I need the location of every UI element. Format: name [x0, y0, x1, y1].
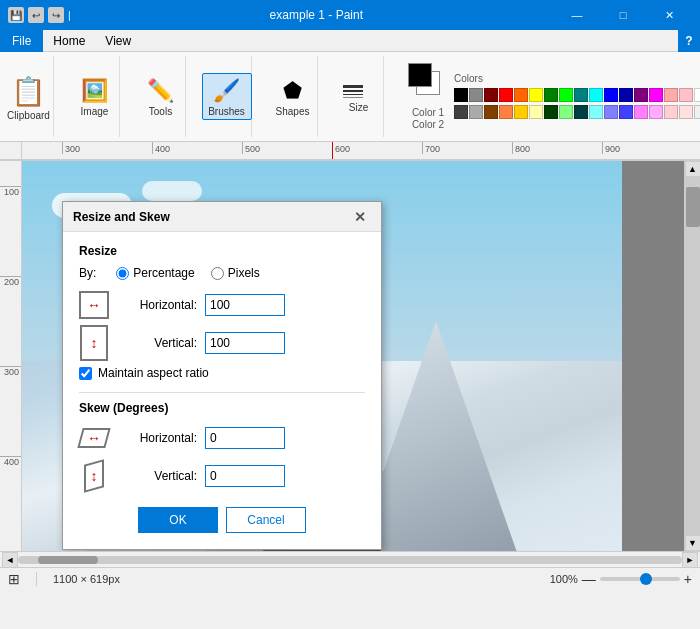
- swatch-cyan[interactable]: [589, 88, 603, 102]
- swatch-darkred[interactable]: [484, 88, 498, 102]
- ribbon-group-size: Size: [334, 56, 384, 137]
- swatch-gray[interactable]: [469, 88, 483, 102]
- swatch-green[interactable]: [544, 88, 558, 102]
- percentage-radio-label[interactable]: Percentage: [116, 266, 194, 280]
- color1-box[interactable]: [408, 63, 432, 87]
- menu-home[interactable]: Home: [43, 30, 95, 52]
- color1-label: Color 1: [412, 107, 444, 118]
- ruler-tick-v-200: 200: [0, 276, 22, 287]
- swatch-brown[interactable]: [484, 105, 498, 119]
- swatch-offwhite[interactable]: [694, 105, 700, 119]
- dialog-body: Resize By: Percentage Pixels: [63, 232, 381, 549]
- tools-icon: ✏️: [141, 76, 181, 106]
- ruler-tick-700: 700: [422, 142, 440, 154]
- clipboard-button[interactable]: 📋 Clipboard: [3, 71, 54, 123]
- minimize-button[interactable]: —: [554, 0, 600, 30]
- ruler-tick-400: 400: [152, 142, 170, 154]
- menu-file[interactable]: File: [0, 30, 43, 52]
- swatch-darkteal[interactable]: [574, 105, 588, 119]
- quick-access-redo[interactable]: ↪: [48, 7, 64, 23]
- ribbon-group-image: 🖼️ Image: [70, 56, 120, 137]
- vertical-input[interactable]: [205, 332, 285, 354]
- swatch-lightyellow[interactable]: [529, 105, 543, 119]
- horizontal-scrollbar: ◄ ►: [0, 551, 700, 567]
- maximize-button[interactable]: □: [600, 0, 646, 30]
- swatch-blue[interactable]: [604, 88, 618, 102]
- quick-access-save[interactable]: 💾: [8, 7, 24, 23]
- scroll-down-button[interactable]: ▼: [685, 535, 701, 551]
- swatch-darkgreen[interactable]: [544, 105, 558, 119]
- scroll-thumb-horizontal[interactable]: [38, 556, 98, 564]
- clipboard-icon: 📋: [7, 73, 50, 110]
- cancel-button[interactable]: Cancel: [226, 507, 306, 533]
- swatch-lime[interactable]: [559, 88, 573, 102]
- swatch-orange[interactable]: [514, 88, 528, 102]
- scroll-up-button[interactable]: ▲: [685, 161, 701, 177]
- percentage-radio[interactable]: [116, 267, 129, 280]
- color-row-1: [454, 88, 700, 102]
- zoom-minus-button[interactable]: —: [582, 571, 596, 587]
- swatch-lightgreen[interactable]: [559, 105, 573, 119]
- dialog-close-button[interactable]: ✕: [349, 206, 371, 228]
- swatch-black[interactable]: [454, 88, 468, 102]
- vertical-scrollbar: ▲ ▼: [684, 161, 700, 551]
- skew-v-icon: ↕: [79, 461, 109, 491]
- status-dimensions: 1100 × 619px: [53, 573, 120, 585]
- zoom-thumb[interactable]: [640, 573, 652, 585]
- swatch-red[interactable]: [499, 88, 513, 102]
- maintain-aspect-label: Maintain aspect ratio: [98, 366, 209, 380]
- scroll-left-button[interactable]: ◄: [2, 552, 18, 568]
- maintain-aspect-checkbox[interactable]: [79, 367, 92, 380]
- horizontal-input[interactable]: [205, 294, 285, 316]
- swatch-gold[interactable]: [514, 105, 528, 119]
- swatch-teal[interactable]: [574, 88, 588, 102]
- help-button[interactable]: ?: [678, 30, 700, 52]
- swatch-white[interactable]: [694, 88, 700, 102]
- swatch-silver[interactable]: [469, 105, 483, 119]
- image-button[interactable]: 🖼️ Image: [71, 74, 119, 119]
- swatch-blush[interactable]: [679, 105, 693, 119]
- quick-access-undo[interactable]: ↩: [28, 7, 44, 23]
- zoom-slider[interactable]: [600, 577, 680, 581]
- brushes-button[interactable]: 🖌️ Brushes: [202, 73, 252, 120]
- vertical-label: Vertical:: [117, 336, 197, 350]
- ok-button[interactable]: OK: [138, 507, 218, 533]
- window-title: example 1 - Paint: [79, 8, 554, 22]
- menu-view[interactable]: View: [95, 30, 141, 52]
- scroll-thumb-vertical[interactable]: [686, 187, 700, 227]
- close-button[interactable]: ✕: [646, 0, 692, 30]
- skew-horizontal-input[interactable]: [205, 427, 285, 449]
- dialog-overlay: Resize and Skew ✕ Resize By: Percentage: [22, 161, 684, 551]
- swatch-pink[interactable]: [679, 88, 693, 102]
- swatch-rose[interactable]: [664, 105, 678, 119]
- resize-section-title: Resize: [79, 244, 365, 258]
- swatch-medblue[interactable]: [619, 105, 633, 119]
- brushes-content: 🖌️ Brushes: [202, 56, 252, 137]
- size-content: Size: [335, 56, 383, 137]
- swatch-lightmagenta[interactable]: [634, 105, 648, 119]
- swatch-darkblue[interactable]: [619, 88, 633, 102]
- pixels-radio-label[interactable]: Pixels: [211, 266, 260, 280]
- tools-button[interactable]: ✏️ Tools: [137, 74, 185, 119]
- zoom-plus-button[interactable]: +: [684, 571, 692, 587]
- scroll-right-button[interactable]: ►: [682, 552, 698, 568]
- swatch-lightpink[interactable]: [664, 88, 678, 102]
- image-content: 🖼️ Image: [71, 56, 119, 137]
- shapes-button[interactable]: ⬟ Shapes: [269, 74, 317, 119]
- swatch-lightblue[interactable]: [604, 105, 618, 119]
- swatch-yellow[interactable]: [529, 88, 543, 102]
- ruler-tick-300: 300: [62, 142, 80, 154]
- ribbon-group-shapes: ⬟ Shapes: [268, 56, 318, 137]
- swatch-purple[interactable]: [634, 88, 648, 102]
- swatch-darkgray[interactable]: [454, 105, 468, 119]
- swatch-lightcyan[interactable]: [589, 105, 603, 119]
- skew-horizontal-label: Horizontal:: [117, 431, 197, 445]
- pixels-radio[interactable]: [211, 267, 224, 280]
- horizontal-field-row: ↔ Horizontal:: [79, 290, 365, 320]
- swatch-lightorange[interactable]: [499, 105, 513, 119]
- size-button[interactable]: Size: [335, 79, 383, 115]
- swatch-lavender[interactable]: [649, 105, 663, 119]
- ruler-corner: [0, 142, 22, 160]
- swatch-magenta[interactable]: [649, 88, 663, 102]
- skew-vertical-input[interactable]: [205, 465, 285, 487]
